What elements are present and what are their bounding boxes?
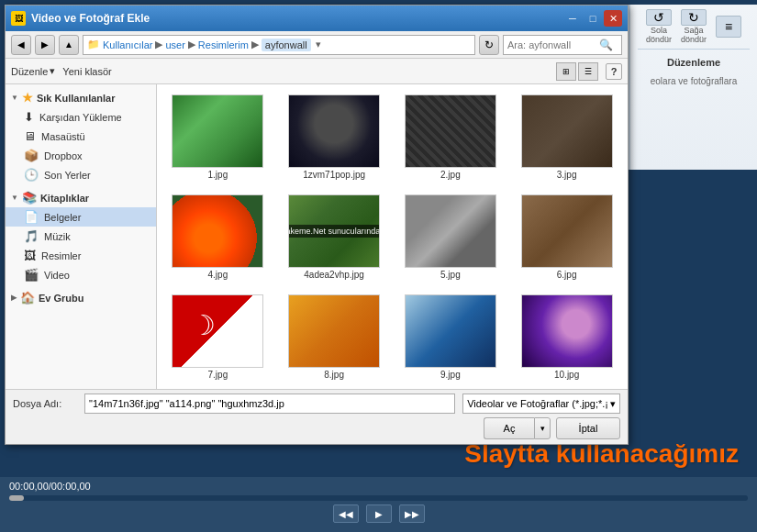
- documents-label: Belgeler: [44, 212, 81, 223]
- filetype-dropdown-icon: ▾: [610, 398, 616, 410]
- rotate-left-btn[interactable]: ↺ Sola döndür: [644, 12, 674, 41]
- address-toolbar: ◀ ▶ ▲ 📁 Kullanıcılar ▶ user ▶ Resimlerim…: [6, 31, 628, 59]
- file-name-2: 2.jpg: [440, 170, 461, 180]
- open-dropdown-button[interactable]: ▾: [534, 417, 551, 439]
- player-progress-fill: [9, 495, 24, 501]
- folder-icon: 📁: [87, 39, 100, 50]
- sidebar: ▼ ★ Sık Kullanılanlar ⬇ Karşıdan Yükleme…: [6, 84, 157, 389]
- desktop-icon: 🖥: [24, 129, 36, 143]
- file-item-5[interactable]: Bu resim Muhakeme.Net sunucularında barı…: [279, 190, 390, 284]
- file-name-6: 5.jpg: [440, 270, 461, 280]
- file-thumbnail-11: [521, 294, 613, 368]
- file-thumbnail-7: [521, 194, 613, 268]
- more-btn[interactable]: ≡: [714, 12, 743, 41]
- rotate-right-label: Sağa döndür: [679, 26, 708, 44]
- sidebar-item-music[interactable]: 🎵 Müzik: [6, 227, 156, 246]
- back-button[interactable]: ◀: [11, 35, 31, 55]
- favorites-label: Sık Kullanılanlar: [37, 93, 116, 104]
- search-icon[interactable]: 🔍: [599, 39, 613, 51]
- panel-side-text: eolara ve fotoğraflara: [651, 75, 738, 88]
- homegroup-section: ▶ 🏠 Ev Grubu: [6, 288, 156, 307]
- user-link[interactable]: user: [165, 39, 184, 50]
- file-item-2[interactable]: 2.jpg: [395, 90, 507, 184]
- current-folder[interactable]: ayfonwall: [262, 39, 311, 51]
- more-icon: ≡: [716, 16, 741, 38]
- pictures-icon: 🖼: [24, 249, 36, 262]
- panel-section-title: Düzenleme: [667, 57, 720, 68]
- view-buttons: ⊞ ☰: [556, 62, 598, 81]
- expand-icon-2: ▼: [11, 194, 18, 202]
- file-grid: 1.jpg1zvm71pop.jpg2.jpg3.jpg4.jpgBu resi…: [162, 90, 622, 384]
- bottom-bar: Dosya Adı: Videolar ve Fotoğraflar (*.jp…: [6, 389, 628, 444]
- view-btn-2[interactable]: ☰: [578, 62, 598, 81]
- refresh-button[interactable]: ↻: [479, 35, 499, 55]
- panel-divider: [638, 49, 750, 50]
- file-item-4[interactable]: 4.jpg: [162, 190, 273, 284]
- file-item-1[interactable]: 1zvm71pop.jpg: [279, 90, 390, 184]
- libraries-header[interactable]: ▼ 📚 Kitaplıklar: [6, 188, 156, 207]
- dropbox-label: Dropbox: [44, 150, 83, 161]
- video-label: Video: [44, 270, 70, 281]
- libraries-label: Kitaplıklar: [40, 193, 89, 204]
- filename-input[interactable]: [84, 393, 455, 414]
- forward-button[interactable]: ▶: [35, 35, 55, 55]
- file-item-11[interactable]: 10.jpg: [511, 290, 622, 384]
- dropbox-icon: 📦: [24, 149, 39, 162]
- file-name-4: 4.jpg: [208, 270, 228, 280]
- watermark-text: Bu resim Muhakeme.Net sunucularında barı…: [288, 225, 380, 238]
- close-button[interactable]: ✕: [604, 10, 622, 27]
- sidebar-item-downloads[interactable]: ⬇ Karşıdan Yükleme: [6, 107, 156, 127]
- downloads-label: Karşıdan Yükleme: [39, 112, 122, 123]
- bottom-buttons: Aç ▾ İptal: [13, 417, 620, 439]
- file-item-6[interactable]: 5.jpg: [395, 190, 507, 284]
- file-thumbnail-0: [172, 94, 263, 168]
- sidebar-item-desktop[interactable]: 🖥 Masaüstü: [6, 127, 156, 146]
- sidebar-item-recent[interactable]: 🕒 Son Yerler: [6, 165, 156, 184]
- address-bar[interactable]: 📁 Kullanıcılar ▶ user ▶ Resimlerim ▶ ayf…: [83, 35, 475, 55]
- file-item-9[interactable]: 8.jpg: [279, 290, 390, 384]
- file-item-8[interactable]: 7.jpg: [162, 290, 273, 384]
- organize-button[interactable]: Düzenle ▾: [11, 65, 55, 77]
- rotate-left-label: Sola döndür: [644, 26, 674, 44]
- pictures-label: Resimler: [41, 250, 81, 261]
- rotation-controls: ↺ Sola döndür ↻ Sağa döndür ≡: [644, 12, 743, 41]
- player-progress[interactable]: [9, 495, 748, 501]
- dialog-icon: 🖼: [11, 11, 26, 26]
- secondary-toolbar: Düzenle ▾ Yeni klasör ⊞ ☰ ?: [6, 59, 628, 84]
- right-panel: ↺ Sola döndür ↻ Sağa döndür ≡ Düzenleme …: [629, 5, 757, 170]
- favorites-header[interactable]: ▼ ★ Sık Kullanılanlar: [6, 88, 156, 107]
- rotate-right-btn[interactable]: ↻ Sağa döndür: [679, 12, 708, 41]
- help-button[interactable]: ?: [606, 63, 622, 80]
- file-name-10: 9.jpg: [440, 370, 461, 380]
- play-button[interactable]: ▶: [366, 504, 392, 523]
- minimize-button[interactable]: ─: [563, 10, 582, 27]
- search-bar[interactable]: 🔍: [503, 35, 622, 55]
- file-open-dialog: 🖼 Video ve Fotoğraf Ekle ─ □ ✕ ◀ ▶ ▲ 📁 K…: [5, 5, 629, 445]
- file-item-7[interactable]: 6.jpg: [511, 190, 622, 284]
- sidebar-item-documents[interactable]: 📄 Belgeler: [6, 207, 156, 227]
- view-btn-1[interactable]: ⊞: [556, 62, 576, 81]
- file-thumbnail-3: [521, 94, 613, 168]
- root-link[interactable]: Kullanıcılar: [103, 39, 152, 50]
- file-item-0[interactable]: 1.jpg: [162, 90, 273, 184]
- title-controls: ─ □ ✕: [563, 10, 622, 27]
- file-item-10[interactable]: 9.jpg: [395, 290, 507, 384]
- address-dropdown-icon[interactable]: ▾: [316, 39, 321, 50]
- sidebar-item-pictures[interactable]: 🖼 Resimler: [6, 246, 156, 265]
- sidebar-item-dropbox[interactable]: 📦 Dropbox: [6, 146, 156, 165]
- search-input[interactable]: [507, 39, 599, 50]
- homegroup-header[interactable]: ▶ 🏠 Ev Grubu: [6, 288, 156, 307]
- prev-button[interactable]: ◀◀: [333, 504, 359, 523]
- filetype-dropdown[interactable]: Videolar ve Fotoğraflar (*.jpg;*.¡ ▾: [462, 393, 620, 414]
- cancel-button[interactable]: İptal: [556, 417, 620, 439]
- recent-icon: 🕒: [24, 168, 39, 182]
- maximize-button[interactable]: □: [584, 10, 602, 27]
- open-button[interactable]: Aç: [484, 417, 534, 439]
- sidebar-item-video[interactable]: 🎬 Video: [6, 265, 156, 284]
- next-button[interactable]: ▶▶: [399, 504, 425, 523]
- star-icon: ★: [22, 91, 33, 105]
- new-folder-button[interactable]: Yeni klasör: [62, 66, 111, 77]
- pictures-link[interactable]: Resimlerim: [198, 39, 249, 50]
- up-button[interactable]: ▲: [59, 35, 79, 55]
- file-item-3[interactable]: 3.jpg: [511, 90, 622, 184]
